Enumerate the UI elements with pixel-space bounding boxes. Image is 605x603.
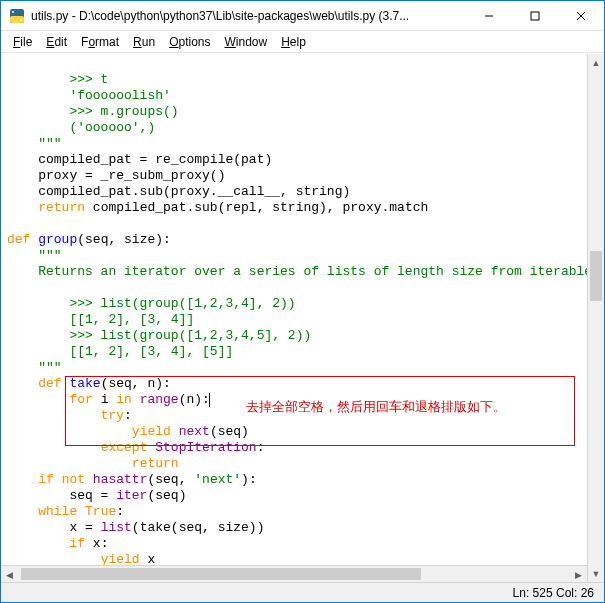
code-line: [7, 440, 101, 455]
svg-rect-1: [10, 16, 24, 23]
code-line: ('oooooo',): [7, 120, 155, 135]
app-icon: [9, 8, 25, 24]
code-line: """: [7, 360, 62, 375]
code-line: >>> t: [7, 72, 108, 87]
svg-point-3: [20, 19, 22, 21]
code-line: [7, 200, 38, 215]
window: utils.py - D:\code\python\python37\Lib\s…: [0, 0, 605, 603]
svg-point-2: [12, 11, 14, 13]
maximize-button[interactable]: [512, 1, 558, 31]
menu-window[interactable]: Window: [219, 33, 274, 51]
scroll-thumb-v[interactable]: [590, 251, 602, 301]
menubar: Fdocument.currentScript.previousElementS…: [1, 31, 604, 53]
statusbar: Ln: 525 Col: 26: [1, 582, 604, 602]
code-line: >>> list(group([1,2,3,4,5], 2)): [7, 328, 311, 343]
scroll-thumb-h[interactable]: [21, 568, 421, 580]
code-line: 'foooooolish': [7, 88, 171, 103]
code-line: Returns an iterator over a series of lis…: [7, 264, 587, 279]
code-line: [7, 456, 132, 471]
vertical-scrollbar[interactable]: ▲ ▼: [587, 54, 604, 582]
editor-viewport[interactable]: >>> t 'foooooolish' >>> m.groups() ('ooo…: [1, 54, 587, 565]
menu-options[interactable]: Options: [163, 33, 216, 51]
code-line: def: [7, 232, 30, 247]
menu-edit[interactable]: Edit: [40, 33, 73, 51]
annotation-text: 去掉全部空格，然后用回车和退格排版如下。: [246, 398, 506, 416]
editor-area: >>> t 'foooooolish' >>> m.groups() ('ooo…: [1, 53, 604, 582]
scroll-up-button[interactable]: ▲: [588, 54, 604, 71]
menu-format[interactable]: Format: [75, 33, 125, 51]
menu-help[interactable]: Help: [275, 33, 312, 51]
code-line: [7, 536, 69, 551]
code-editor[interactable]: >>> t 'foooooolish' >>> m.groups() ('ooo…: [1, 54, 587, 565]
scroll-right-button[interactable]: ▶: [570, 566, 587, 582]
titlebar[interactable]: utils.py - D:\code\python\python37\Lib\s…: [1, 1, 604, 31]
code-line: [7, 408, 101, 423]
text-cursor: [209, 393, 210, 407]
code-line: [7, 392, 69, 407]
close-button[interactable]: [558, 1, 604, 31]
code-line: compiled_pat = re_compile(pat): [7, 152, 272, 167]
code-line: >>> m.groups(): [7, 104, 179, 119]
cursor-position: Ln: 525 Col: 26: [513, 586, 594, 600]
code-line: [[1, 2], [3, 4]]: [7, 312, 194, 327]
code-line: [7, 424, 132, 439]
scroll-track-v[interactable]: [588, 71, 604, 565]
code-line: """: [7, 136, 62, 151]
code-line: compiled_pat.sub(proxy.__call__, string): [7, 184, 350, 199]
scroll-left-button[interactable]: ◀: [1, 566, 18, 582]
menu-run[interactable]: Run: [127, 33, 161, 51]
svg-rect-5: [531, 12, 539, 20]
code-line: >>> list(group([1,2,3,4], 2)): [7, 296, 296, 311]
code-line: [7, 472, 38, 487]
code-line: [[1, 2], [3, 4], [5]]: [7, 344, 233, 359]
menu-file[interactable]: Fdocument.currentScript.previousElementS…: [7, 33, 38, 51]
code-line: [7, 504, 38, 519]
code-line: """: [7, 248, 62, 263]
horizontal-scrollbar[interactable]: ◀ ▶: [1, 565, 587, 582]
window-title: utils.py - D:\code\python\python37\Lib\s…: [31, 9, 466, 23]
minimize-button[interactable]: [466, 1, 512, 31]
code-line: proxy = _re_subm_proxy(): [7, 168, 225, 183]
code-line: [7, 552, 101, 565]
code-line: [7, 376, 38, 391]
scroll-down-button[interactable]: ▼: [588, 565, 604, 582]
code-line: seq =: [7, 488, 116, 503]
code-line: x =: [7, 520, 101, 535]
